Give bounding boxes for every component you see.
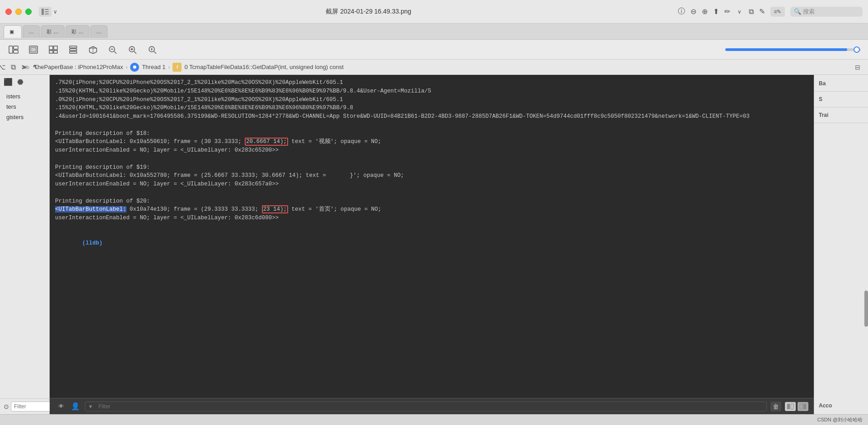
svg-rect-1 — [45, 9, 49, 10]
zoom-in-btn[interactable] — [146, 43, 159, 56]
tab-4[interactable]: … — [90, 25, 107, 38]
markup-icon[interactable]: ✎ — [759, 7, 765, 16]
right-sidebar-scroll-area — [814, 126, 868, 401]
tab-3[interactable]: 彩 … — [65, 25, 89, 38]
console-filter-input[interactable] — [95, 402, 764, 411]
person-icon[interactable]: 👤 — [70, 402, 81, 411]
toolbar — [0, 40, 868, 60]
tab-icon-3: 彩 — [71, 28, 76, 35]
console-url-line-3: .0%20(iPhone;%20CPU%20iPhone%20OS%2017_2… — [55, 96, 808, 104]
toolbar-stack-btn[interactable] — [67, 43, 79, 56]
breadcrumb-thread[interactable]: Thread 1 — [142, 64, 165, 70]
edit-icon[interactable]: ✏ — [724, 7, 730, 16]
zoom-slider-thumb[interactable] — [854, 46, 860, 53]
breadcrumb-sep-1: › — [126, 64, 127, 70]
zoom-out-btn[interactable] — [107, 43, 119, 56]
blue-highlight-20: <UITabBarButtonLabel: — [55, 206, 126, 212]
breadcrumb-function[interactable]: 0 TcmapTableFileData16::GetDataP(int, un… — [184, 64, 343, 70]
tab-icon-2: 彩 — [47, 28, 51, 35]
minimize-button[interactable] — [15, 9, 22, 15]
sidebar-item-registers-3[interactable]: gisters — [4, 112, 46, 122]
right-sidebar-ba-label: Ba — [814, 79, 868, 88]
split-right-btn[interactable] — [798, 402, 808, 411]
search-bar[interactable]: 🔍 搜索 — [790, 7, 863, 17]
toolbar-grid-btn[interactable] — [47, 43, 60, 56]
section20-header: Printing description of $20: — [55, 197, 808, 206]
sidebar-section: isters ters gisters — [0, 89, 49, 125]
close-button[interactable] — [5, 9, 12, 15]
console-output[interactable]: .7%20(iPhone;%20CPU%20iPhone%20OS%2017_2… — [50, 75, 814, 398]
filter-dropdown-icon[interactable]: ▼ — [88, 404, 93, 409]
red-box-20: 23 14); — [262, 205, 289, 213]
info-icon[interactable]: ⓘ — [678, 7, 685, 16]
title-icons: ⓘ ⊖ ⊕ ⬆ ✏ ∨ ⧉ ✎ ≡✎ 🔍 搜索 — [678, 7, 863, 17]
zoom-slider[interactable] — [725, 48, 861, 51]
trash-icon[interactable]: 🗑 — [770, 402, 781, 411]
svg-line-29 — [154, 51, 156, 54]
svg-rect-14 — [70, 49, 77, 51]
thread-icon: ⏺ — [130, 63, 139, 72]
breadcrumb-app[interactable]: ThePaperBase : iPhone12ProMax — [34, 64, 123, 70]
eye-icon[interactable]: 👁 — [55, 402, 67, 411]
traffic-lights — [5, 9, 32, 15]
split-left-btn[interactable] — [785, 402, 796, 411]
status-text: CSDN @刘小哈哈哈 — [817, 416, 863, 423]
tab-2[interactable]: 彩 … — [41, 25, 65, 38]
search-icon: 🔍 — [794, 8, 801, 15]
share-icon[interactable]: ⌥ — [0, 63, 5, 71]
scroll-thumb[interactable] — [864, 291, 868, 327]
console-url-line-2: .15%20(KHTML,%20like%20Gecko)%20Mobile/1… — [55, 87, 808, 96]
breadcrumb-expand-btn[interactable]: ⊟ — [853, 62, 863, 72]
sidebar-item-registers-2[interactable]: ters — [4, 102, 46, 111]
section19-line2: userInteractionEnabled = NO; layer = <_U… — [55, 180, 808, 189]
search-placeholder: 搜索 — [803, 8, 815, 16]
edit-chevron-icon: ∨ — [737, 9, 742, 15]
status-bar: CSDN @刘小哈哈哈 — [0, 414, 868, 425]
toolbar-frame-btn[interactable] — [27, 43, 40, 56]
section20-line1: <UITabBarButtonLabel: 0x10a74e130; frame… — [55, 205, 808, 214]
registers-view-icon[interactable]: ⬛ — [4, 78, 13, 86]
svg-rect-30 — [787, 404, 790, 409]
locals-view-icon[interactable]: ⬣ — [17, 78, 23, 86]
section18-line2: userInteractionEnabled = NO; layer = <_U… — [55, 146, 808, 155]
sidebar-item-registers-1[interactable]: isters — [4, 92, 46, 101]
zoom-in-icon[interactable]: ⊕ — [702, 7, 708, 16]
svg-rect-12 — [54, 51, 57, 53]
breadcrumb-sep-2: › — [168, 64, 170, 70]
right-sidebar: Ba S Trai Acco — [814, 75, 868, 414]
lldb-prompt-line: (lldb) — [55, 231, 808, 256]
svg-rect-10 — [54, 46, 57, 50]
left-sidebar: ⬛ ⬣ isters ters gisters ⊙ — [0, 75, 50, 414]
window-title: 截屏 2024-01-29 16.49.33.png — [59, 8, 678, 16]
zoom-out-icon[interactable]: ⊖ — [691, 7, 696, 16]
share-icon[interactable]: ⬆ — [713, 7, 719, 16]
copy-icon[interactable]: ⧉ — [749, 8, 754, 16]
split-buttons — [785, 402, 808, 411]
title-chevron-icon: ∨ — [53, 9, 57, 15]
sidebar-icons-row: ⬛ ⌥ ⧉ ➤ ↖ — [5, 62, 15, 72]
maximize-button[interactable] — [25, 9, 32, 15]
toolbar-3d-btn[interactable] — [87, 43, 99, 56]
zoom-slider-container — [166, 48, 861, 51]
console-url-line-5: .4&userId=1001641&boot_mark=1706495586.3… — [55, 112, 808, 121]
tab-icon-0: ▣ — [9, 29, 14, 35]
section19-line1: <UITabBarButtonLabel: 0x10a552780; frame… — [55, 171, 808, 180]
right-sidebar-acco-label: Acco — [814, 401, 868, 411]
annotation-btn[interactable]: ≡✎ — [770, 7, 785, 17]
section18-header: Printing description of $18: — [55, 129, 808, 138]
tab-1[interactable]: … — [23, 25, 40, 38]
svg-rect-15 — [70, 51, 77, 53]
section18-line1: <UITabBarButtonLabel: 0x10a550610; frame… — [55, 138, 808, 146]
tab-label-2: … — [53, 28, 59, 35]
right-sidebar-divider-1 — [814, 91, 868, 92]
tab-active[interactable]: ▣ — [4, 25, 22, 38]
left-filter-row: ⊙ — [0, 398, 49, 414]
layers-icon[interactable]: ⧉ — [11, 63, 16, 71]
tab-label-3: … — [78, 28, 84, 35]
zoom-slider-fill — [725, 48, 847, 51]
zoom-reset-btn[interactable] — [126, 43, 139, 56]
sidebar-toggle-button[interactable] — [39, 7, 51, 17]
center-content: .7%20(iPhone;%20CPU%20iPhone%20OS%2017_2… — [50, 75, 814, 414]
toolbar-layout-btn[interactable] — [7, 43, 20, 56]
svg-line-25 — [134, 51, 136, 54]
